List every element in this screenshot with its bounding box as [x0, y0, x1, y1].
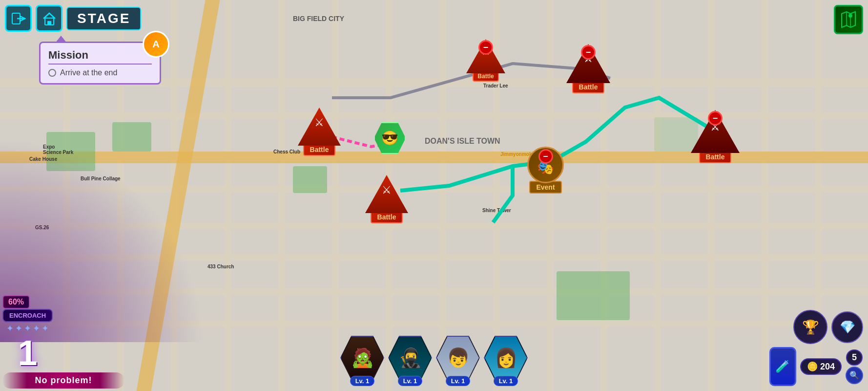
- minimap-button[interactable]: [834, 5, 863, 34]
- character-1[interactable]: 🧟 Lv. 1: [340, 336, 384, 386]
- exit-button[interactable]: [5, 5, 32, 32]
- event-node[interactable]: − 🎭 Event: [527, 147, 564, 194]
- home-button[interactable]: [36, 5, 62, 32]
- character-bar: 🧟 Lv. 1 🥷 Lv. 1 👦 Lv. 1 👩 Lv. 1: [340, 336, 528, 386]
- flask-button[interactable]: 🧪: [769, 347, 796, 386]
- char-4-level: Lv. 1: [494, 376, 518, 386]
- svg-point-4: [848, 14, 852, 18]
- item-count-display: 5: [846, 349, 863, 366]
- search-button[interactable]: 🔍: [846, 367, 863, 384]
- battle-node-1[interactable]: ⚔ Battle: [298, 108, 341, 156]
- mission-circle-icon: [48, 69, 56, 77]
- bottom-right-panel: 🏆 💎 🧪 🪙 204 5 🔍: [769, 310, 863, 386]
- stage-label: STAGE: [66, 7, 141, 30]
- battle-node-3[interactable]: ⚔ − Battle: [466, 39, 505, 82]
- currency-display: 🪙 204: [800, 358, 842, 375]
- mission-panel: Mission Arrive at the end A: [39, 42, 161, 85]
- encroach-badge: ENCROACH: [2, 309, 53, 322]
- item-count: 5: [852, 352, 857, 363]
- coin-icon: 🪙: [807, 361, 818, 372]
- character-2[interactable]: 🥷 Lv. 1: [388, 336, 432, 386]
- no-problem-text: No problem!: [2, 372, 124, 389]
- character-3[interactable]: 👦 Lv. 1: [436, 336, 480, 386]
- top-bar: STAGE: [5, 5, 141, 32]
- mission-badge: A: [143, 31, 169, 58]
- char-2-level: Lv. 1: [398, 376, 423, 386]
- battle-node-5[interactable]: ⚔ − Battle: [691, 110, 740, 163]
- crystal-item[interactable]: 💎: [831, 311, 863, 343]
- char-1-level: Lv. 1: [350, 376, 375, 386]
- currency-value: 204: [820, 362, 835, 372]
- item-row: 🧪 🪙 204 5 🔍: [769, 347, 863, 386]
- encroach-number: 1: [18, 335, 38, 370]
- encroach-stars: ✦ ✦ ✦ ✦ ✦: [6, 323, 49, 334]
- svg-rect-3: [47, 21, 51, 25]
- char-3-level: Lv. 1: [446, 376, 471, 386]
- encroach-percent: 60%: [2, 295, 30, 309]
- trophy-item[interactable]: 🏆: [793, 310, 827, 344]
- character-4[interactable]: 👩 Lv. 1: [484, 336, 528, 386]
- player-node: 😎: [374, 122, 406, 154]
- encroach-panel: 60% ENCROACH ✦ ✦ ✦ ✦ ✦ 1 No problem!: [2, 295, 124, 389]
- battle-node-4[interactable]: ⚔ − Battle: [566, 44, 610, 93]
- battle-node-2[interactable]: ⚔ Battle: [365, 175, 408, 223]
- mission-objective: Arrive at the end: [48, 68, 152, 77]
- mission-title: Mission: [48, 49, 152, 65]
